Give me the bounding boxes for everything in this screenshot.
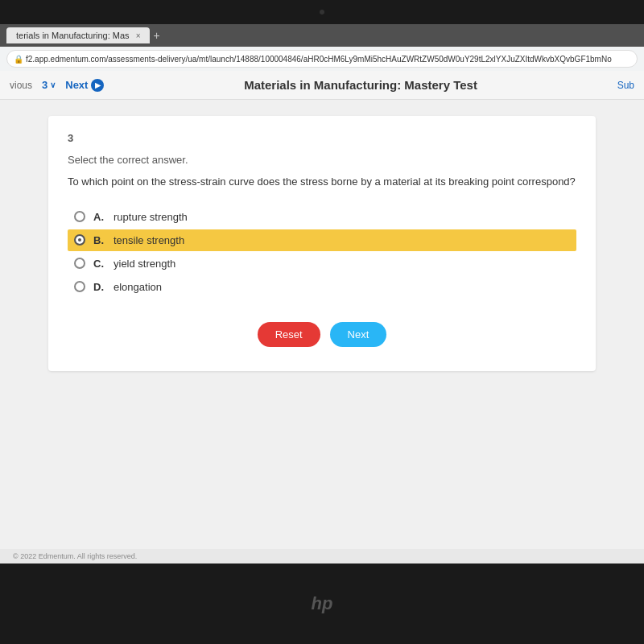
hp-logo: hp <box>312 593 333 614</box>
tab-title: terials in Manufacturing: Mas <box>16 31 130 40</box>
question-num-label: 3 <box>42 79 47 91</box>
option-b-text: tensile strength <box>114 234 184 246</box>
main-content: 3 Select the correct answer. To which po… <box>0 100 644 549</box>
question-number-display[interactable]: 3 ∨ <box>42 79 56 91</box>
option-c[interactable]: C. yield strength <box>68 253 576 275</box>
app-toolbar: vious 3 ∨ Next ▶ Materials in Manufactur… <box>0 71 644 100</box>
next-nav-button[interactable]: Next ▶ <box>65 79 104 92</box>
option-d[interactable]: D. elongation <box>68 276 576 298</box>
browser-tab[interactable]: terials in Manufacturing: Mas × <box>6 27 150 43</box>
option-d-text: elongation <box>114 281 162 293</box>
option-b[interactable]: B. tensile strength <box>68 229 576 251</box>
chevron-down-icon: ∨ <box>50 80 56 89</box>
monitor-bottom-bezel: hp <box>0 564 644 644</box>
option-c-label: C. <box>93 258 104 270</box>
screen: terials in Manufacturing: Mas × + 🔒 f2.a… <box>0 24 644 564</box>
option-a-label: A. <box>93 211 104 223</box>
new-tab-button[interactable]: + <box>153 29 159 42</box>
action-buttons-row: Reset Next <box>68 322 576 347</box>
option-b-radio[interactable] <box>74 234 85 246</box>
reset-button[interactable]: Reset <box>258 322 320 347</box>
footer: © 2022 Edmentum. All rights reserved. <box>0 549 644 564</box>
address-bar[interactable]: 🔒 f2.app.edmentum.com/assessments-delive… <box>6 50 638 68</box>
tab-bar: terials in Manufacturing: Mas × + <box>0 24 644 47</box>
page-title: Materials in Manufacturing: Mastery Test <box>114 78 607 92</box>
next-label: Next <box>65 79 88 91</box>
question-card: 3 Select the correct answer. To which po… <box>48 116 596 371</box>
option-c-radio[interactable] <box>74 258 85 269</box>
option-a-text: rupture strength <box>114 211 188 223</box>
options-list: A. rupture strength B. tensile strength … <box>68 206 576 298</box>
option-c-text: yield strength <box>114 258 175 270</box>
url-text: f2.app.edmentum.com/assessments-delivery… <box>26 55 612 64</box>
copyright-text: © 2022 Edmentum. All rights reserved. <box>13 552 137 560</box>
option-a-radio[interactable] <box>74 211 85 222</box>
option-d-radio[interactable] <box>74 281 85 292</box>
option-d-label: D. <box>93 281 104 293</box>
monitor-top-bezel <box>0 0 644 24</box>
address-bar-row: 🔒 f2.app.edmentum.com/assessments-delive… <box>0 47 644 71</box>
question-instruction: Select the correct answer. <box>68 154 576 166</box>
lock-icon: 🔒 <box>14 55 23 64</box>
question-text: To which point on the stress-strain curv… <box>68 174 576 190</box>
submit-button[interactable]: Sub <box>617 80 634 91</box>
camera-dot <box>320 10 324 14</box>
option-b-label: B. <box>93 234 104 246</box>
tab-close-button[interactable]: × <box>136 31 141 40</box>
next-button[interactable]: Next <box>330 322 387 347</box>
question-number: 3 <box>68 132 576 144</box>
option-a[interactable]: A. rupture strength <box>68 206 576 228</box>
next-arrow-icon: ▶ <box>91 79 104 92</box>
previous-button[interactable]: vious <box>10 80 32 91</box>
